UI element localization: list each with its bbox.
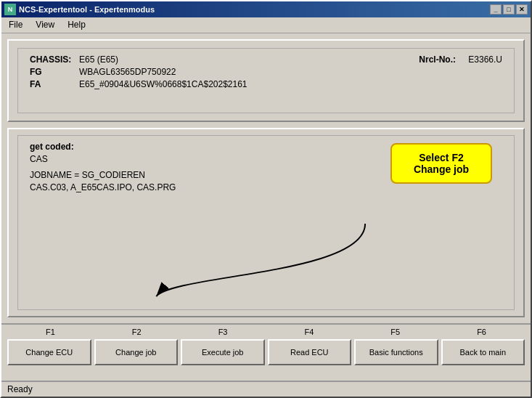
fkey-area: F1 F2 F3 F4 F5 F6 Change ECU Change job … — [1, 323, 531, 381]
fkey-buttons: Change ECU Change job Execute job Read E… — [7, 339, 525, 365]
coded-panel-inner: get coded: CAS JOBNAME = SG_CODIEREN CAS… — [17, 135, 515, 310]
nrcl-label: Nrcl-No.: — [419, 54, 462, 65]
fa-value: E65_#0904&U6SW%0668$1CA$202$2161 — [79, 79, 247, 89]
read-ecu-button[interactable]: Read ECU — [268, 339, 352, 365]
arrow-graphic — [18, 216, 514, 304]
execute-job-button[interactable]: Execute job — [181, 339, 265, 365]
chassis-label: CHASSIS: — [30, 54, 73, 65]
maximize-button[interactable]: □ — [503, 4, 515, 15]
menu-help[interactable]: Help — [65, 19, 89, 31]
fkey-label-f2: F2 — [94, 328, 180, 336]
tooltip-line2: Change job — [404, 163, 479, 175]
app-icon: N — [4, 4, 16, 15]
fa-label: FA — [30, 79, 73, 89]
fkey-label-f5: F5 — [352, 328, 438, 336]
menu-file[interactable]: File — [6, 19, 25, 31]
status-text: Ready — [7, 384, 33, 394]
back-to-main-button[interactable]: Back to main — [441, 339, 525, 365]
status-bar: Ready — [1, 381, 531, 397]
coded-files: CAS.C03, A_E65CAS.IPO, CAS.PRG — [30, 182, 502, 192]
menu-bar: File View Help — [1, 17, 531, 33]
fkey-label-f4: F4 — [266, 328, 352, 336]
coded-panel: get coded: CAS JOBNAME = SG_CODIEREN CAS… — [7, 128, 525, 317]
title-bar-left: N NCS-Expertentool - Expertenmodus — [4, 4, 155, 15]
chassis-value: E65 (E65) — [79, 54, 118, 65]
basic-functions-button[interactable]: Basic functions — [354, 339, 438, 365]
change-job-button[interactable]: Change job — [94, 339, 179, 365]
fkey-labels: F1 F2 F3 F4 F5 F6 — [7, 328, 525, 336]
main-window: N NCS-Expertentool - Expertenmodus _ □ ✕… — [0, 0, 532, 398]
minimize-button[interactable]: _ — [490, 4, 502, 15]
change-ecu-button[interactable]: Change ECU — [7, 339, 91, 365]
title-bar: N NCS-Expertentool - Expertenmodus _ □ ✕ — [1, 1, 531, 17]
window-title: NCS-Expertentool - Expertenmodus — [19, 5, 155, 14]
fg-value: WBAGL63565DP750922 — [79, 67, 176, 77]
fg-label: FG — [30, 67, 73, 77]
tooltip-balloon: Select F2 Change job — [390, 143, 492, 184]
tooltip-line1: Select F2 — [404, 152, 479, 163]
info-panel-inner: CHASSIS: E65 (E65) Nrcl-No.: E3366.U FG … — [17, 48, 515, 113]
fkey-label-f6: F6 — [438, 328, 525, 336]
close-button[interactable]: ✕ — [516, 4, 528, 15]
info-row-chassis: CHASSIS: E65 (E65) Nrcl-No.: E3366.U — [30, 54, 502, 65]
fkey-label-f3: F3 — [180, 328, 266, 336]
fkey-label-f1: F1 — [7, 328, 94, 336]
info-row-fa: FA E65_#0904&U6SW%0668$1CA$202$2161 — [30, 79, 502, 89]
info-row-fg: FG WBAGL63565DP750922 — [30, 67, 502, 77]
menu-view[interactable]: View — [33, 19, 57, 31]
title-controls[interactable]: _ □ ✕ — [490, 4, 528, 15]
main-content: CHASSIS: E65 (E65) Nrcl-No.: E3366.U FG … — [1, 33, 531, 323]
info-panel: CHASSIS: E65 (E65) Nrcl-No.: E3366.U FG … — [7, 39, 525, 122]
nrcl-value: E3366.U — [468, 54, 502, 65]
